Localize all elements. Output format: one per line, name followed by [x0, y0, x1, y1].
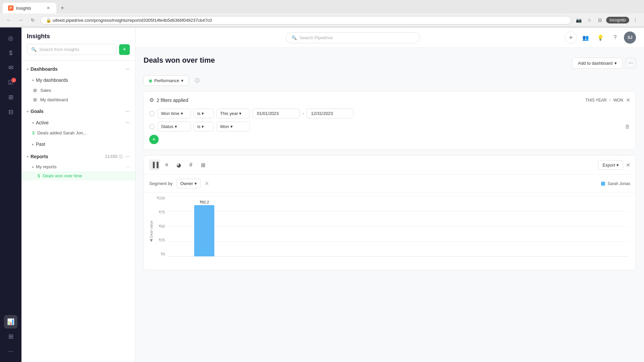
- sidebar-item-my-reports[interactable]: ▸ My reports ···: [21, 162, 135, 171]
- sidebar-item-my-dashboard[interactable]: ⊞ My dashboard: [21, 95, 135, 104]
- add-header-btn[interactable]: +: [565, 32, 577, 44]
- export-btn[interactable]: Export ▾: [598, 160, 623, 170]
- add-filter-row: +: [149, 135, 630, 144]
- reports-header[interactable]: ▾ Reports 11/150 ⓘ ···: [21, 151, 135, 162]
- sidebar-item-deals-added[interactable]: $ Deals added Sarah Jon...: [21, 128, 135, 137]
- avatar[interactable]: SJ: [624, 32, 636, 44]
- insights-icon-btn[interactable]: 📊: [4, 315, 17, 328]
- menu-btn[interactable]: ⋮: [631, 15, 640, 25]
- grid-icon-btn[interactable]: ⊟: [4, 105, 17, 119]
- performance-btn[interactable]: ◉ Performance ▾: [144, 75, 189, 86]
- add-dashboard-label: Add to dashboard: [578, 61, 612, 66]
- reports-actions[interactable]: ···: [125, 154, 130, 160]
- chart-grid-area: ₹82.2: [167, 196, 629, 256]
- filter-operator-1-label: is: [197, 111, 200, 116]
- sidebar-search-input[interactable]: 🔍 Search from Insights: [27, 44, 116, 55]
- pie-chart-btn[interactable]: ◕: [173, 160, 184, 170]
- activity-icon-btn[interactable]: ☑ 2: [4, 76, 17, 89]
- performance-label: Performance: [154, 78, 179, 83]
- tab-close-btn[interactable]: ✕: [46, 5, 51, 11]
- forward-btn[interactable]: →: [16, 15, 25, 25]
- global-search[interactable]: 🔍 Search Pipedrive: [286, 32, 420, 43]
- close-filters-btn[interactable]: ✕: [626, 97, 630, 103]
- filter-radio-2[interactable]: [149, 124, 155, 129]
- bulb-btn[interactable]: 💡: [594, 32, 606, 44]
- extensions-btn[interactable]: ⊟: [595, 15, 605, 25]
- sidebar-item-deals-won[interactable]: $ Deals won over time: [21, 171, 135, 180]
- segment-clear-btn[interactable]: ✕: [205, 180, 209, 187]
- filter-radio-1[interactable]: [149, 111, 155, 116]
- dashboards-actions[interactable]: ···: [125, 66, 130, 72]
- filter-field-2[interactable]: Status ▾: [157, 122, 191, 131]
- goals-section: ▾ Goals ··· ▾ Active ··· $ Deals added S…: [21, 106, 135, 149]
- star-btn[interactable]: ☆: [585, 15, 594, 25]
- goals-title: Goals: [31, 109, 125, 114]
- global-search-icon: 🔍: [291, 35, 297, 40]
- active-actions[interactable]: ···: [125, 120, 130, 126]
- past-section: ▸ Past: [21, 139, 135, 149]
- dashboards-chevron: ▾: [27, 67, 29, 71]
- filter-operator-1[interactable]: is ▾: [194, 109, 214, 118]
- hash-chart-btn[interactable]: #: [185, 160, 196, 170]
- my-dashboards-section: ▾ My dashboards ⊞ Sales ⊞ My dashboard: [21, 75, 135, 104]
- past-chevron: ▸: [32, 142, 34, 146]
- bar-chart-btn[interactable]: ▐▐: [149, 160, 160, 170]
- my-dashboard-icon: ⊞: [32, 97, 38, 102]
- active-tab[interactable]: P Insights ✕: [3, 3, 56, 13]
- back-btn[interactable]: ←: [4, 15, 13, 25]
- list-chart-btn[interactable]: ≡: [161, 160, 172, 170]
- chart-legend: Sarah Jonas: [601, 181, 630, 186]
- more-icon-btn[interactable]: ···: [4, 345, 17, 358]
- more-options-btn[interactable]: ···: [625, 58, 636, 68]
- bar-wrapper: ₹82.2: [194, 200, 214, 256]
- dashboards-header[interactable]: ▾ Dashboards ···: [21, 63, 135, 75]
- add-filter-btn[interactable]: +: [149, 135, 159, 144]
- filter-date-to[interactable]: 12/31/2023: [307, 109, 354, 118]
- filter-field-1[interactable]: Won time ▾: [157, 109, 191, 118]
- sidebar-add-btn[interactable]: +: [119, 44, 130, 55]
- my-dashboards-header[interactable]: ▾ My dashboards: [21, 75, 135, 85]
- deals-won-icon: $: [38, 173, 40, 178]
- filter-period-1[interactable]: This year ▾: [216, 109, 250, 118]
- dollar-icon-btn[interactable]: $: [4, 46, 17, 60]
- deals-added-label: Deals added Sarah Jon...: [37, 130, 87, 135]
- filter-operator-2-label: is: [197, 124, 200, 129]
- filter-value-2[interactable]: Won ▾: [216, 122, 250, 131]
- past-header[interactable]: ▸ Past: [21, 139, 135, 149]
- goals-actions[interactable]: ···: [125, 108, 130, 114]
- url-text: uifeed.pipedrive.com/progress/insights/r…: [53, 18, 212, 23]
- info-btn[interactable]: ⓘ: [193, 76, 202, 85]
- people-btn[interactable]: 👥: [580, 32, 592, 44]
- filter-field-1-label: Won time: [161, 111, 179, 116]
- camera-btn[interactable]: 📷: [574, 15, 583, 25]
- url-bar[interactable]: 🔒 uifeed.pipedrive.com/progress/insights…: [40, 16, 571, 24]
- calendar-icon-btn[interactable]: ⊞: [4, 90, 17, 104]
- delete-filter-2-btn[interactable]: 🗑: [625, 124, 630, 130]
- filter-period-1-label: This year: [220, 111, 238, 116]
- reports-info-icon[interactable]: ⓘ: [119, 154, 123, 160]
- new-tab-btn[interactable]: +: [58, 3, 67, 13]
- my-reports-actions[interactable]: ···: [126, 164, 130, 169]
- browser-actions: 📷 ☆ ⊟ Incognito ⋮: [574, 15, 640, 25]
- target-icon-btn[interactable]: ◎: [4, 32, 17, 45]
- filter-operator-2[interactable]: is ▾: [194, 122, 214, 131]
- mail-icon-btn[interactable]: ✉: [4, 61, 17, 74]
- filter-period-1-chevron: ▾: [239, 111, 241, 116]
- sidebar: Insights 🔍 Search from Insights + ▾ Dash…: [21, 27, 136, 362]
- sales-label: Sales: [40, 88, 130, 93]
- apps-icon-btn[interactable]: ⊞: [4, 330, 17, 343]
- filter-operator-2-chevron: ▾: [202, 124, 204, 129]
- help-btn[interactable]: ?: [609, 32, 621, 44]
- close-chart-btn[interactable]: ✕: [626, 162, 630, 168]
- goals-header[interactable]: ▾ Goals ···: [21, 106, 135, 117]
- report-title: Deals won over time: [144, 56, 215, 65]
- add-to-dashboard-btn[interactable]: Add to dashboard ▾: [572, 58, 623, 69]
- filter-row-2: Status ▾ is ▾ Won ▾ 🗑: [149, 122, 630, 131]
- filter-date-from[interactable]: 01/01/2023: [253, 109, 300, 118]
- table-chart-btn[interactable]: ⊞: [198, 160, 208, 170]
- segment-select[interactable]: Owner ▾: [176, 179, 200, 188]
- active-header[interactable]: ▾ Active ···: [21, 117, 135, 128]
- refresh-btn[interactable]: ↻: [28, 15, 38, 25]
- bar-value-label: ₹82.2: [200, 200, 209, 204]
- sidebar-item-sales[interactable]: ⊞ Sales: [21, 85, 135, 95]
